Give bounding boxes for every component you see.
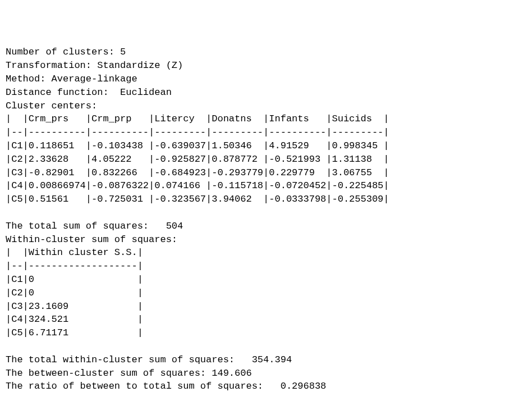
cluster-output-text: Number of clusters: 5 Transformation: St… [6, 45, 526, 393]
